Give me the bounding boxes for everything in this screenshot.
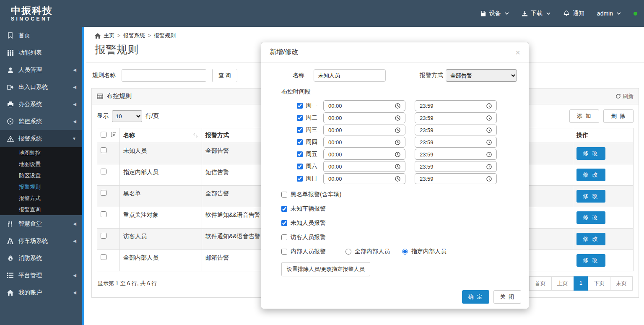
alarm-type-column-header[interactable]: 报警方式 (205, 132, 229, 138)
rule-name-cell: 未知人员 (120, 143, 202, 164)
time-value: 23:59 (420, 139, 434, 146)
download-menu[interactable]: 下载 (522, 10, 551, 17)
pagination-first[interactable]: 首页 (529, 276, 552, 291)
all-internal-radio[interactable] (345, 249, 351, 255)
device-menu[interactable]: 设备 (480, 10, 509, 17)
select-all-checkbox[interactable] (101, 132, 106, 138)
list-icon (7, 273, 14, 278)
day-checkbox-sun[interactable] (297, 176, 303, 182)
schedule-day-row: 周二 00:00 23:59 (297, 112, 520, 123)
sidebar-item-fire[interactable]: 消防系统 (0, 250, 82, 267)
start-time-input[interactable]: 00:00 (323, 173, 405, 184)
play-circle-icon (7, 118, 14, 125)
name-column-header[interactable]: 名称 (123, 132, 135, 139)
sidebar-item-alarm-system[interactable]: 报警系统 ▼ (0, 130, 82, 147)
day-checkbox-sat[interactable] (297, 164, 303, 169)
edit-button[interactable]: 修 改 (576, 233, 605, 245)
set-excluded-persons-button[interactable]: 设置排除人员/更改指定报警人员 (281, 262, 370, 276)
internal-alarm-checkbox[interactable] (281, 249, 287, 255)
start-time-input[interactable]: 00:00 (323, 100, 405, 111)
day-label: 周六 (306, 163, 320, 170)
breadcrumb-home[interactable]: 主页 (104, 32, 114, 39)
submenu-item-map-settings[interactable]: 地图设置 (0, 159, 82, 170)
sidebar-item-personnel[interactable]: 人员管理 ◀ (0, 61, 82, 78)
close-icon[interactable]: × (515, 49, 520, 56)
modal-title: 新增/修改 (270, 48, 298, 57)
edit-button[interactable]: 修 改 (576, 254, 605, 267)
schedule-day-row: 周一 00:00 23:59 (297, 100, 520, 111)
pagination-page-1[interactable]: 1 (574, 276, 588, 291)
submenu-item-alarm-query[interactable]: 报警查询 (0, 204, 82, 215)
alarm-type-select[interactable]: 全部告警 (446, 69, 517, 82)
sidebar-item-canteen[interactable]: 智慧食堂 ◀ (0, 215, 82, 232)
end-time-input[interactable]: 23:59 (415, 149, 497, 160)
name-input[interactable] (314, 69, 386, 82)
submenu-item-zone-settings[interactable]: 防区设置 (0, 170, 82, 181)
sidebar-item-office[interactable]: 办公系统 ◀ (0, 96, 82, 113)
unknown-vehicle-alarm-checkbox[interactable] (281, 206, 287, 212)
sidebar-item-account[interactable]: 我的账户 ◀ (0, 284, 82, 301)
actions-column-header: 操作 (576, 132, 588, 138)
submenu-item-alarm-rules[interactable]: 报警规则 (0, 181, 82, 192)
row-checkbox[interactable] (101, 211, 106, 217)
row-checkbox[interactable] (101, 233, 106, 239)
start-time-input[interactable]: 00:00 (323, 112, 405, 123)
end-time-input[interactable]: 23:59 (415, 173, 497, 184)
notifications-menu[interactable]: 通知 (563, 10, 584, 17)
visitor-alarm-checkbox[interactable] (281, 234, 287, 240)
breadcrumb-level1[interactable]: 报警系统 (123, 32, 145, 39)
end-time-input[interactable]: 23:59 (415, 161, 497, 172)
end-time-input[interactable]: 23:59 (415, 137, 497, 148)
row-checkbox[interactable] (101, 254, 106, 260)
refresh-button[interactable]: 刷新 (615, 93, 634, 100)
pagination-prev[interactable]: 上页 (551, 276, 574, 291)
rule-name-cell: 访客人员 (120, 229, 202, 250)
sidebar-item-home[interactable]: 首页 (0, 27, 82, 44)
edit-button[interactable]: 修 改 (576, 211, 605, 224)
close-button[interactable]: 关 闭 (493, 290, 521, 304)
sidebar-item-label: 监控系统 (18, 118, 42, 125)
start-time-input[interactable]: 00:00 (323, 125, 405, 135)
pagination-next[interactable]: 下页 (588, 276, 610, 291)
edit-button[interactable]: 修 改 (576, 147, 605, 160)
submenu-item-alarm-method[interactable]: 报警方式 (0, 192, 82, 204)
delete-button[interactable]: 删 除 (603, 109, 634, 123)
row-checkbox[interactable] (101, 169, 106, 174)
confirm-button[interactable]: 确 定 (462, 290, 490, 304)
submenu-item-map-monitor[interactable]: 地图监控 (0, 147, 82, 159)
start-time-input[interactable]: 00:00 (323, 161, 405, 172)
sidebar-item-monitoring[interactable]: 监控系统 ◀ (0, 113, 82, 130)
day-checkbox-wed[interactable] (297, 127, 303, 133)
sidebar-item-entrance[interactable]: 出入口系统 ◀ (0, 78, 82, 96)
blacklist-alarm-checkbox[interactable] (281, 192, 287, 198)
rule-name-input[interactable] (122, 69, 206, 82)
sidebar-item-parking[interactable]: 停车场系统 ◀ (0, 232, 82, 250)
user-menu[interactable]: admin (597, 10, 621, 17)
sidebar-item-feature-list[interactable]: 功能列表 (0, 44, 82, 61)
submenu-label: 报警方式 (19, 195, 41, 202)
day-label: 周二 (306, 114, 320, 122)
add-button[interactable]: 添 加 (569, 109, 600, 123)
chevron-down-icon (505, 12, 509, 15)
row-checkbox[interactable] (101, 190, 106, 196)
sidebar-item-platform[interactable]: 平台管理 ◀ (0, 267, 82, 284)
day-checkbox-fri[interactable] (297, 151, 303, 157)
end-time-input[interactable]: 23:59 (415, 112, 497, 123)
start-time-input[interactable]: 00:00 (323, 137, 405, 148)
pagination-last[interactable]: 末页 (610, 276, 633, 291)
edit-button[interactable]: 修 改 (576, 169, 605, 181)
day-checkbox-tue[interactable] (297, 115, 303, 121)
row-checkbox[interactable] (101, 147, 106, 153)
warning-triangle-icon (7, 136, 14, 142)
page-size-select[interactable]: 10 (112, 110, 142, 122)
start-time-input[interactable]: 00:00 (323, 149, 405, 160)
day-checkbox-thu[interactable] (297, 139, 303, 145)
edit-button[interactable]: 修 改 (576, 190, 605, 203)
notifications-label: 通知 (573, 10, 584, 17)
end-time-input[interactable]: 23:59 (415, 125, 497, 135)
day-checkbox-mon[interactable] (297, 103, 303, 109)
search-button[interactable]: 查 询 (212, 69, 237, 82)
unknown-person-alarm-checkbox[interactable] (281, 220, 287, 226)
specified-internal-radio[interactable] (402, 249, 408, 255)
end-time-input[interactable]: 23:59 (415, 100, 497, 111)
